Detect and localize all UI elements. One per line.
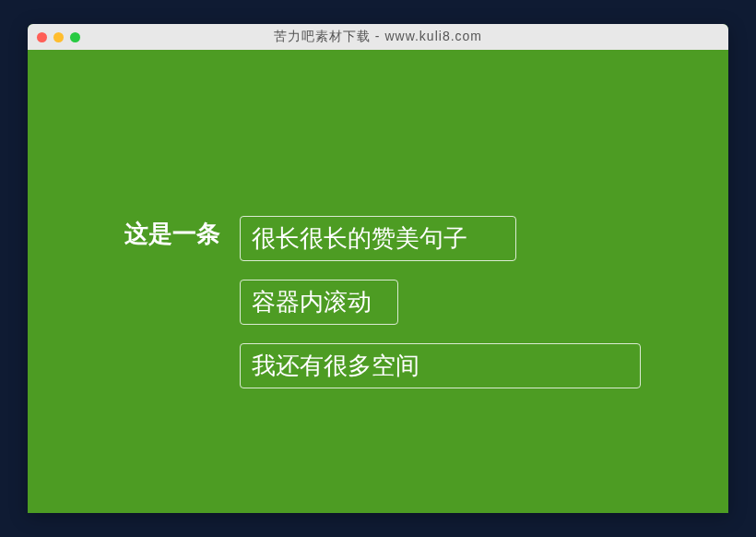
app-window: 苦力吧素材下载 - www.kuli8.com 这是一条 很长很长的赞美句子 容…	[28, 24, 728, 513]
minimize-icon[interactable]	[53, 32, 64, 42]
text-box-scroll: 容器内滚动	[240, 280, 398, 325]
title-bar: 苦力吧素材下载 - www.kuli8.com	[28, 24, 728, 50]
box-container: 很长很长的赞美句子 容器内滚动 我还有很多空间	[240, 216, 728, 388]
maximize-icon[interactable]	[70, 32, 80, 42]
label-text: 这是一条	[124, 218, 220, 250]
content-area: 这是一条 很长很长的赞美句子 容器内滚动 我还有很多空间	[28, 50, 728, 513]
text-box-space: 我还有很多空间	[240, 343, 641, 388]
traffic-lights	[37, 32, 80, 42]
text-box-overflow: 很长很长的赞美句子	[240, 216, 516, 261]
close-icon[interactable]	[37, 32, 47, 42]
window-title: 苦力吧素材下载 - www.kuli8.com	[37, 29, 719, 45]
